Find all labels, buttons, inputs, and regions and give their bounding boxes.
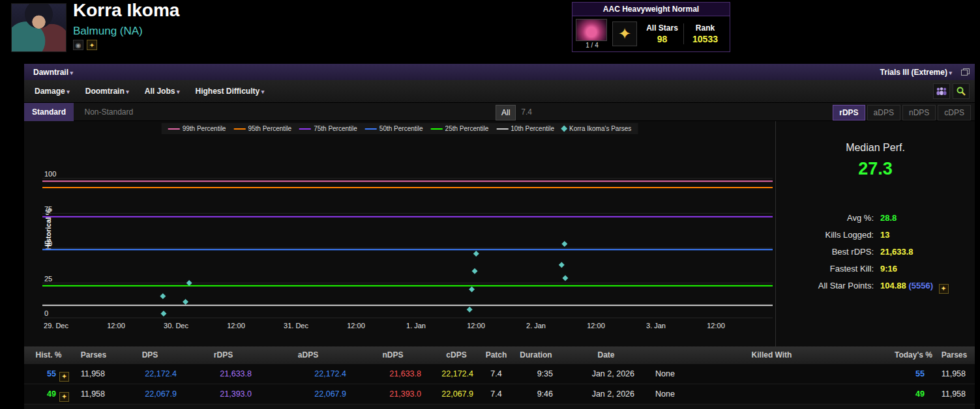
- stat-value: 28.8: [874, 213, 975, 223]
- zone-dropdown[interactable]: Trials III (Extreme): [876, 68, 956, 77]
- legend-item[interactable]: 99th Percentile: [168, 125, 226, 132]
- legend-label: 10th Percentile: [511, 125, 554, 132]
- col-patch[interactable]: Patch: [483, 346, 510, 364]
- stat-fastest-kill: Fastest Kill: 9:16: [776, 264, 975, 274]
- svg-text:75: 75: [44, 205, 52, 213]
- chart-plot-area[interactable]: 100755025029. Dec12:0030. Dec12:0031. De…: [42, 168, 773, 332]
- character-badge-icon[interactable]: ✦: [87, 40, 97, 50]
- legend-label: 99th Percentile: [183, 125, 226, 132]
- party-composition-icon[interactable]: [933, 83, 950, 99]
- parses-value: 11,958: [73, 364, 114, 384]
- legend-line-swatch: [233, 128, 245, 130]
- stat-label: Kills Logged:: [776, 230, 874, 240]
- character-name: Korra Ikoma: [73, 0, 179, 21]
- tab-standard[interactable]: Standard: [24, 103, 74, 121]
- svg-text:12:00: 12:00: [347, 322, 365, 330]
- col-parses[interactable]: Parses: [73, 346, 114, 364]
- date-value: Jan 2, 2026: [562, 364, 650, 384]
- legend-item-parses[interactable]: Korra Ikoma's Parses: [562, 125, 631, 132]
- stat-value: 13: [874, 230, 975, 240]
- all-star-badge-icon: [59, 372, 69, 382]
- tab-metric-adps[interactable]: aDPS: [867, 105, 900, 120]
- stat-value: 21,633.8: [874, 247, 975, 257]
- legend-diamond-swatch: [561, 126, 568, 132]
- parses-2-value: 11,958: [934, 384, 975, 404]
- table-row-partial: [24, 404, 975, 409]
- legend-item[interactable]: 95th Percentile: [233, 125, 291, 132]
- tab-non-standard[interactable]: Non-Standard: [76, 103, 141, 121]
- col-cdps[interactable]: cDPS: [430, 346, 483, 364]
- boss-dropdown[interactable]: Doomtrain: [78, 87, 137, 96]
- tab-patch-74[interactable]: 7.4: [516, 105, 537, 120]
- col-rdps[interactable]: rDPS: [186, 346, 261, 364]
- difficulty-dropdown[interactable]: Highest Difficulty: [187, 87, 272, 96]
- patch-value: 7.4: [483, 364, 510, 384]
- legend-item[interactable]: 25th Percentile: [431, 125, 489, 132]
- svg-text:12:00: 12:00: [467, 322, 485, 330]
- svg-text:30. Dec: 30. Dec: [164, 322, 188, 330]
- col-killed-with[interactable]: Killed With: [650, 346, 893, 364]
- col-parses-2[interactable]: Parses: [934, 346, 975, 364]
- adps-value: 22,067.9: [261, 384, 355, 404]
- all-star-badge-icon: [939, 284, 949, 294]
- col-dps[interactable]: DPS: [114, 346, 186, 364]
- stat-label: Fastest Kill:: [776, 264, 874, 274]
- legend-item[interactable]: 50th Percentile: [365, 125, 423, 132]
- popout-window-icon[interactable]: [961, 68, 970, 76]
- stat-value: 9:16: [874, 264, 975, 274]
- jobs-dropdown[interactable]: All Jobs: [137, 87, 188, 96]
- table-row[interactable]: 49 11,958 22,067.9 21,393.0 22,067.9 21,…: [24, 384, 975, 404]
- all-star-points-value: 104.88: [880, 281, 906, 290]
- legend-line-swatch: [365, 128, 377, 130]
- svg-text:12:00: 12:00: [107, 322, 125, 330]
- legend-label: 95th Percentile: [248, 125, 291, 132]
- all-star-rank-link[interactable]: (5556): [908, 281, 933, 290]
- parse-history-chart: 99th Percentile95th Percentile75th Perce…: [24, 121, 775, 346]
- legend-item[interactable]: 75th Percentile: [299, 125, 357, 132]
- all-star-badge-icon: [59, 392, 69, 402]
- raid-thumbnail[interactable]: [576, 19, 607, 41]
- job-icon[interactable]: ✦: [612, 21, 637, 46]
- svg-text:12:00: 12:00: [227, 322, 245, 330]
- date-value: Jan 2, 2026: [562, 384, 650, 404]
- legend-label: 50th Percentile: [379, 125, 423, 132]
- todays-pct-value: 49: [893, 384, 934, 404]
- expansion-dropdown[interactable]: Dawntrail: [29, 68, 77, 77]
- chart-legend: 99th Percentile95th Percentile75th Perce…: [162, 123, 638, 134]
- metric-dropdown[interactable]: Damage: [27, 87, 78, 96]
- tab-metric-ndps[interactable]: nDPS: [902, 105, 936, 120]
- duration-value: 9:46: [510, 384, 562, 404]
- hist-pct-value: 49: [47, 389, 56, 399]
- col-adps[interactable]: aDPS: [261, 346, 355, 364]
- svg-text:1. Jan: 1. Jan: [406, 322, 426, 330]
- tab-metric-rdps[interactable]: rDPS: [833, 105, 865, 120]
- table-header-row: Hist. % Parses DPS rDPS aDPS nDPS cDPS P…: [24, 346, 975, 364]
- raid-title: AAC Heavyweight Normal: [572, 3, 730, 16]
- col-hist-pct[interactable]: Hist. %: [24, 346, 73, 364]
- legend-label: Korra Ikoma's Parses: [569, 125, 631, 132]
- legend-line-swatch: [431, 128, 443, 130]
- col-date[interactable]: Date: [562, 346, 650, 364]
- col-todays-pct[interactable]: Today's %: [893, 346, 934, 364]
- svg-text:50: 50: [44, 240, 52, 247]
- character-server: Balmung (NA): [73, 25, 143, 38]
- svg-text:3. Jan: 3. Jan: [646, 322, 666, 330]
- table-row[interactable]: 55 11,958 22,172.4 21,633.8 22,172.4 21,…: [24, 364, 975, 384]
- rank-value: 10533: [684, 34, 726, 44]
- tab-patch-all[interactable]: All: [496, 105, 516, 120]
- col-ndps[interactable]: nDPS: [355, 346, 430, 364]
- tab-metric-cdps[interactable]: cDPS: [938, 105, 971, 120]
- legend-label: 25th Percentile: [445, 125, 489, 132]
- col-duration[interactable]: Duration: [510, 346, 562, 364]
- svg-text:29. Dec: 29. Dec: [44, 322, 68, 330]
- legend-item[interactable]: 10th Percentile: [496, 125, 554, 132]
- all-stars-label: All Stars: [641, 23, 683, 33]
- svg-text:100: 100: [44, 170, 56, 178]
- legend-line-swatch: [168, 128, 180, 130]
- character-emblem-icon[interactable]: ◉: [73, 40, 83, 50]
- stat-label: All Star Points:: [776, 281, 874, 294]
- raid-summary-box: AAC Heavyweight Normal 1 / 4 ✦ All Stars…: [572, 2, 730, 52]
- svg-text:25: 25: [44, 275, 52, 283]
- parse-tabs-bar: Standard Non-Standard All 7.4 rDPS aDPS …: [24, 103, 975, 121]
- loot-search-icon[interactable]: [953, 83, 970, 99]
